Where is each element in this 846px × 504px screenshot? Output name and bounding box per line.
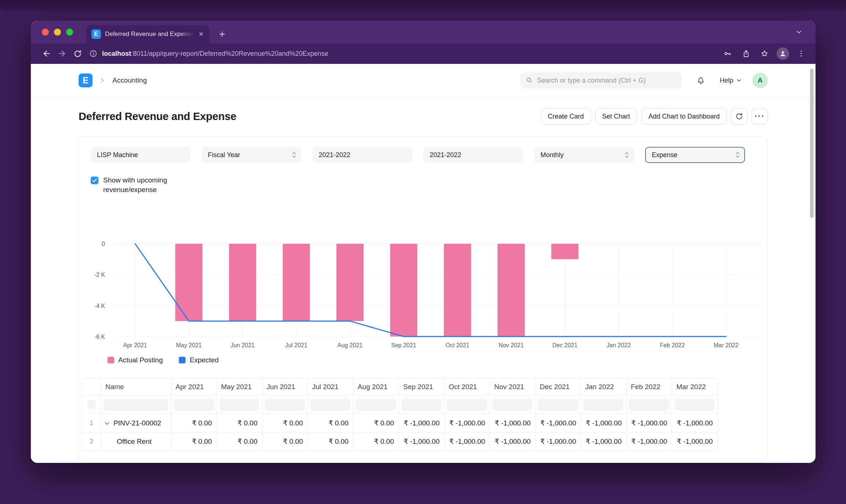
from-fiscal-year-filter[interactable] — [312, 147, 412, 163]
url-domain: localhost — [102, 50, 131, 57]
kebab-menu-icon — [797, 50, 805, 58]
browser-tab[interactable]: E Deferred Revenue and Expense × — [86, 25, 209, 43]
table-select-box[interactable] — [87, 400, 96, 409]
table-filter-input-jul-2021[interactable] — [310, 399, 350, 411]
table-header-apr-2021[interactable]: Apr 2021 — [171, 378, 217, 395]
table-header-mar-2022[interactable]: Mar 2022 — [672, 378, 717, 395]
search-input[interactable] — [537, 77, 677, 84]
table-header-jun-2021[interactable]: Jun 2021 — [262, 378, 308, 395]
desktop-background: E Deferred Revenue and Expense × — [0, 0, 846, 504]
from-fiscal-year-input[interactable] — [312, 147, 412, 163]
minimize-window-button[interactable] — [54, 29, 61, 36]
type-input[interactable] — [645, 147, 745, 163]
set-chart-button[interactable]: Set Chart — [595, 108, 637, 124]
help-menu[interactable]: Help — [720, 77, 741, 84]
tab-search-button[interactable] — [793, 26, 805, 38]
table-filter-input-dec-2021[interactable] — [538, 399, 578, 411]
create-card-button[interactable]: Create Card — [541, 108, 591, 124]
row-value-cell: ₹ 0.00 — [308, 414, 353, 432]
browser-profile-button[interactable] — [777, 47, 789, 60]
table-header-nov-2021[interactable]: Nov 2021 — [490, 378, 535, 395]
table-filter-input-may-2021[interactable] — [219, 399, 259, 411]
to-fiscal-year-input[interactable] — [423, 147, 523, 163]
chart-bar-actual-posting[interactable] — [175, 244, 202, 321]
row-value-cell: ₹ -1,000.00 — [535, 432, 581, 451]
chart-bar-actual-posting[interactable] — [283, 244, 310, 321]
type-select[interactable] — [645, 147, 745, 163]
forward-button[interactable] — [54, 46, 70, 61]
filter-based-on-input[interactable] — [202, 147, 301, 163]
row-value-cell: ₹ -1,000.00 — [535, 414, 581, 432]
browser-menu-button[interactable] — [795, 47, 807, 60]
zoom-window-button[interactable] — [66, 29, 73, 36]
row-value-cell: ₹ 0.00 — [171, 432, 217, 451]
breadcrumb-accounting[interactable]: Accounting — [112, 76, 147, 84]
erpnext-logo[interactable]: E — [79, 73, 93, 87]
notifications-button[interactable] — [693, 73, 709, 88]
table-filter-input-oct-2021[interactable] — [447, 399, 487, 411]
table-header-feb-2022[interactable]: Feb 2022 — [626, 378, 672, 395]
table-filter-input-mar-2022[interactable] — [675, 399, 715, 411]
tab-close-icon[interactable]: × — [198, 30, 204, 38]
row-expand-chevron-icon[interactable] — [105, 420, 109, 425]
user-avatar[interactable]: A — [752, 73, 768, 88]
chart-bar-actual-posting[interactable] — [336, 244, 364, 321]
table-filter-input-apr-2021[interactable] — [174, 399, 214, 411]
url-text[interactable]: localhost:8011/app/query-report/Deferred… — [102, 50, 328, 58]
back-button[interactable] — [39, 46, 54, 61]
chart-xtick-label: Oct 2021 — [445, 342, 469, 348]
page-scrollbar[interactable] — [810, 69, 814, 218]
table-header-jan-2022[interactable]: Jan 2022 — [581, 378, 626, 395]
table-header-jul-2021[interactable]: Jul 2021 — [308, 378, 353, 395]
table-filter-row — [82, 395, 717, 414]
chart-bar-actual-posting[interactable] — [551, 244, 578, 259]
table-header-may-2021[interactable]: May 2021 — [217, 378, 262, 395]
more-options-button[interactable]: ··· — [752, 108, 768, 124]
table-filter-input-jun-2021[interactable] — [265, 399, 305, 411]
page-actions: Create Card Set Chart Add Chart to Dashb… — [541, 108, 768, 124]
add-chart-to-dashboard-button[interactable]: Add Chart to Dashboard — [641, 108, 727, 124]
table-header-aug-2021[interactable]: Aug 2021 — [353, 378, 399, 395]
table-filter-input-nov-2021[interactable] — [492, 399, 532, 411]
address-bar[interactable]: localhost:8011/app/query-report/Deferred… — [89, 49, 716, 58]
table-header-dec-2021[interactable]: Dec 2021 — [535, 378, 581, 395]
company-input[interactable] — [91, 147, 191, 163]
upcoming-checkbox-label[interactable]: Show with upcoming revenue/expense — [103, 175, 183, 194]
chart-bar-actual-posting[interactable] — [390, 244, 417, 337]
global-search[interactable] — [520, 72, 682, 88]
chart-ytick-label: -4 K — [94, 303, 105, 309]
to-fiscal-year-filter[interactable] — [423, 147, 523, 163]
row-name: Office Rent — [117, 438, 152, 446]
filter-based-on-select[interactable] — [202, 147, 301, 163]
chart-bar-actual-posting[interactable] — [498, 244, 525, 337]
filters-row — [79, 137, 767, 163]
bookmark-button[interactable] — [758, 47, 771, 60]
chart-bar-actual-posting[interactable] — [444, 244, 471, 337]
chart-bar-actual-posting[interactable] — [229, 244, 256, 321]
table-filter-input-jan-2022[interactable] — [583, 399, 623, 411]
new-tab-button[interactable] — [215, 27, 229, 41]
table-filter-input-feb-2022[interactable] — [629, 399, 669, 411]
table-header-name[interactable]: Name — [101, 378, 171, 395]
table-filter-input-aug-2021[interactable] — [356, 399, 396, 411]
row-value-cell: ₹ -1,000.00 — [399, 414, 444, 432]
periodicity-select[interactable] — [534, 147, 634, 163]
row-name-cell[interactable]: Office Rent — [101, 432, 171, 451]
refresh-button[interactable] — [731, 108, 747, 124]
upcoming-checkbox[interactable] — [91, 177, 98, 184]
share-button[interactable] — [740, 47, 752, 60]
table-header-oct-2021[interactable]: Oct 2021 — [444, 378, 490, 395]
company-filter[interactable] — [91, 147, 191, 163]
table-filter-input-sep-2021[interactable] — [401, 399, 441, 411]
row-name: PINV-21-00002 — [113, 419, 161, 427]
periodicity-input[interactable] — [534, 147, 634, 163]
reload-button[interactable] — [70, 46, 85, 61]
table-header-sep-2021[interactable]: Sep 2021 — [399, 378, 444, 395]
row-name-cell[interactable]: PINV-21-00002 — [101, 414, 171, 432]
chart-line-expected[interactable] — [135, 244, 726, 337]
site-info-icon[interactable] — [89, 49, 98, 58]
table-filter-input-name[interactable] — [104, 399, 168, 411]
close-window-button[interactable] — [42, 29, 49, 36]
password-manager-button[interactable] — [722, 47, 734, 60]
row-value-cell: ₹ 0.00 — [262, 414, 308, 432]
